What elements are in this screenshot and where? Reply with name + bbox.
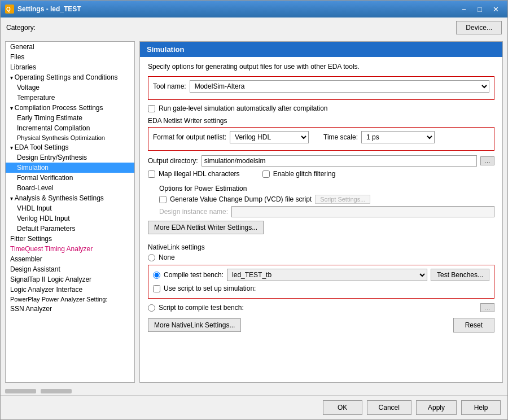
sidebar-item-operating[interactable]: Operating Settings and Conditions <box>6 72 134 82</box>
nativelink-label: NativeLink settings <box>148 243 494 251</box>
tool-name-section: Tool name: ModelSim-Altera ModelSim VCS <box>148 76 494 100</box>
time-scale-label: Time scale: <box>323 133 358 141</box>
compile-test-select[interactable]: led_TEST_tb <box>227 269 427 281</box>
window-title: Settings - led_TEST <box>17 5 457 13</box>
sidebar-item-ssn[interactable]: SSN Analyzer <box>6 304 134 314</box>
use-script-row: Use script to set up simulation: <box>153 285 489 292</box>
help-button[interactable]: Help <box>461 400 501 415</box>
sidebar-item-physical-synth[interactable]: Physical Synthesis Optimization <box>6 133 134 142</box>
window-controls: − □ ✕ <box>457 3 503 15</box>
panel-description: Specify options for generating output fi… <box>148 63 494 71</box>
use-script-label: Use script to set up simulation: <box>164 285 256 292</box>
sidebar-item-incremental[interactable]: Incremental Compilation <box>6 123 134 133</box>
more-eda-button[interactable]: More EDA Netlist Writer Settings... <box>148 221 264 234</box>
sidebar-item-signaltap[interactable]: SignalTap II Logic Analyzer <box>6 274 134 285</box>
enable-glitch-row: Enable glitch filtering <box>262 170 336 178</box>
close-button[interactable]: ✕ <box>488 3 503 15</box>
script-settings-button[interactable]: Script Settings... <box>315 195 370 204</box>
tool-name-row: Tool name: ModelSim-Altera ModelSim VCS <box>153 80 489 93</box>
panel-title: Simulation <box>147 45 184 54</box>
sidebar-item-temperature[interactable]: Temperature <box>6 93 134 103</box>
sidebar-item-assembler[interactable]: Assembler <box>6 254 134 264</box>
map-illegal-row: Map illegal HDL characters <box>148 170 240 178</box>
run-gate-level-checkbox[interactable] <box>148 105 155 112</box>
sidebar-item-analysis-synthesis[interactable]: Analysis & Synthesis Settings <box>6 193 134 203</box>
sidebar-item-vhdl[interactable]: VHDL Input <box>6 203 134 213</box>
design-instance-label: Design instance name: <box>159 208 228 216</box>
sidebar-item-files[interactable]: Files <box>6 52 134 62</box>
svg-text:Q: Q <box>6 6 11 12</box>
panel-header: Simulation <box>140 42 502 57</box>
compile-test-section: Compile test bench: led_TEST_tb Test Ben… <box>148 265 494 299</box>
generate-vcd-row: Generate Value Change Dump (VCD) file sc… <box>159 195 494 204</box>
eda-netlist-label: EDA Netlist Writer settings <box>148 117 494 125</box>
test-benches-button[interactable]: Test Benches... <box>431 269 489 281</box>
none-radio-row: None <box>148 253 494 261</box>
use-script-checkbox[interactable] <box>153 285 160 292</box>
sidebar-item-simulation[interactable]: Simulation <box>6 163 134 173</box>
sidebar-scrollbar2[interactable] <box>41 389 72 393</box>
panel-content: Specify options for generating output fi… <box>140 57 502 382</box>
format-select[interactable]: Verilog HDL VHDL <box>230 131 309 143</box>
maximize-button[interactable]: □ <box>472 3 487 15</box>
script-compile-row: Script to compile test bench: … <box>148 303 494 312</box>
generate-vcd-label: Generate Value Change Dump (VCD) file sc… <box>170 195 312 203</box>
output-dir-browse-button[interactable]: … <box>480 156 494 165</box>
format-label: Format for output netlist: <box>153 133 226 141</box>
sidebar-item-powerplay[interactable]: PowerPlay Power Analyzer Setting: <box>6 295 134 304</box>
map-illegal-checkbox[interactable] <box>148 170 155 178</box>
sidebar-item-board-level[interactable]: Board-Level <box>6 183 134 193</box>
sidebar-item-eda-tools[interactable]: EDA Tool Settings <box>6 142 134 152</box>
design-instance-input[interactable] <box>231 206 494 217</box>
more-nativelink-button[interactable]: More NativeLink Settings... <box>148 318 241 332</box>
sidebar-item-timequest[interactable]: TimeQuest Timing Analyzer <box>6 244 134 254</box>
main-panel: Simulation Specify options for generatin… <box>139 41 503 383</box>
format-timescale-row: Format for output netlist: Verilog HDL V… <box>153 131 489 143</box>
time-scale-select[interactable]: 1 ps 10 ps 100 ps 1 ns <box>361 131 435 143</box>
enable-glitch-label: Enable glitch filtering <box>273 170 336 178</box>
sidebar-item-design-assistant[interactable]: Design Assistant <box>6 264 134 274</box>
sidebar-item-fitter[interactable]: Fitter Settings <box>6 234 134 244</box>
reset-button[interactable]: Reset <box>453 318 494 333</box>
minimize-button[interactable]: − <box>457 3 471 15</box>
sidebar-item-logic-analyzer[interactable]: Logic Analyzer Interface <box>6 285 134 295</box>
bottom-bar: OK Cancel Apply Help <box>1 395 507 419</box>
compile-test-row: Compile test bench: led_TEST_tb Test Ben… <box>153 269 489 281</box>
output-dir-row: Output directory: simulation/modelsim … <box>148 155 494 167</box>
cancel-button[interactable]: Cancel <box>367 400 411 415</box>
sidebar-item-default-params[interactable]: Default Parameters <box>6 224 134 234</box>
sidebar-item-libraries[interactable]: Libraries <box>6 62 134 72</box>
generate-vcd-checkbox[interactable] <box>159 196 167 203</box>
compile-test-radio[interactable] <box>153 272 160 279</box>
script-compile-label: Script to compile test bench: <box>159 304 244 312</box>
script-compile-browse[interactable]: … <box>480 303 494 312</box>
sidebar-item-verilog[interactable]: Verilog HDL Input <box>6 213 134 224</box>
compile-test-label: Compile test bench: <box>164 271 224 279</box>
device-button[interactable]: Device... <box>456 21 502 34</box>
sidebar-item-design-entry[interactable]: Design Entry/Synthesis <box>6 152 134 163</box>
output-dir-input[interactable]: simulation/modelsim <box>202 155 477 167</box>
sidebar-item-general[interactable]: General <box>6 42 134 52</box>
format-timescale-section: Format for output netlist: Verilog HDL V… <box>148 127 494 151</box>
sidebar-item-early-timing[interactable]: Early Timing Estimate <box>6 113 134 123</box>
dialog-body: General Files Libraries Operating Settin… <box>1 37 507 387</box>
enable-glitch-checkbox[interactable] <box>262 170 270 178</box>
app-icon: Q <box>5 5 14 14</box>
run-gate-level-row: Run gate-level simulation automatically … <box>148 104 494 112</box>
ok-button[interactable]: OK <box>323 400 362 415</box>
tool-name-select[interactable]: ModelSim-Altera ModelSim VCS <box>190 80 489 93</box>
apply-button[interactable]: Apply <box>416 400 457 415</box>
run-gate-level-label: Run gate-level simulation automatically … <box>159 104 327 112</box>
category-label: Category: <box>6 24 36 32</box>
map-illegal-label: Map illegal HDL characters <box>159 170 240 178</box>
sidebar-item-compilation[interactable]: Compilation Process Settings <box>6 103 134 113</box>
settings-dialog: Q Settings - led_TEST − □ ✕ Category: De… <box>0 0 508 420</box>
title-bar: Q Settings - led_TEST − □ ✕ <box>1 1 507 18</box>
script-compile-radio[interactable] <box>148 304 155 312</box>
sidebar-scrollbar[interactable] <box>5 389 36 393</box>
sidebar-item-voltage[interactable]: Voltage <box>6 82 134 93</box>
design-instance-row: Design instance name: <box>159 206 494 217</box>
sidebar-item-formal-verification[interactable]: Formal Verification <box>6 173 134 183</box>
power-estimation-label: Options for Power Estimation <box>159 185 494 193</box>
none-radio[interactable] <box>148 254 155 261</box>
